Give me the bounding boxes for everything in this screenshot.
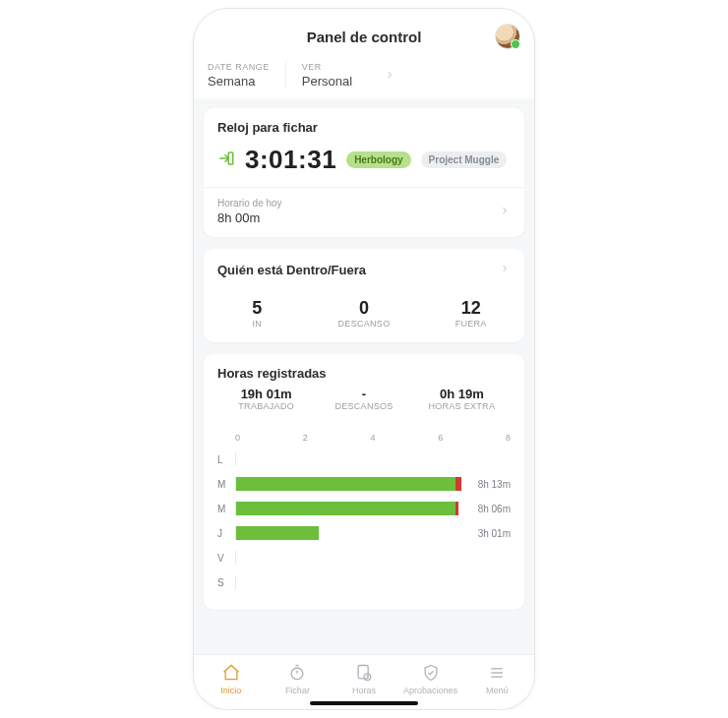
chart-row: M8h 13m — [217, 473, 511, 495]
svg-rect-1 — [228, 152, 233, 164]
day-label: J — [217, 528, 231, 539]
tab-menu[interactable]: Menú — [463, 663, 530, 695]
timeclock-card: Reloj para fichar 3:01:31 Herbology Proj… — [204, 108, 524, 237]
tab-bar: Inicio Fichar Horas Aprobaciones Menú — [194, 654, 534, 709]
day-label: L — [217, 454, 231, 465]
presence-in: 5 IN — [204, 298, 311, 329]
chevron-right-icon — [499, 261, 511, 278]
bar-overtime — [455, 477, 461, 491]
date-range-label: DATE RANGE — [208, 62, 270, 72]
chart-x-axis: 02468 — [235, 433, 511, 443]
presence-stats: 5 IN 0 DESCANSO 12 FUERA — [204, 290, 524, 342]
chart-row: S — [217, 571, 511, 593]
day-label: M — [217, 479, 231, 490]
bar-zone — [235, 452, 455, 466]
hours-summary: 19h 01m TRABAJADO - DESCANSOS 0h 19m HOR… — [217, 381, 511, 421]
bar-zone — [235, 526, 455, 540]
date-range-filter[interactable]: DATE RANGE Semana — [208, 62, 286, 89]
shield-check-icon — [421, 663, 441, 683]
bar-worked — [236, 502, 455, 515]
page-title: Panel de control — [307, 29, 422, 45]
scroll-area[interactable]: Reloj para fichar 3:01:31 Herbology Proj… — [194, 98, 534, 654]
schedule-label: Horario de hoy — [217, 198, 282, 209]
bar-value-label: 8h 06m — [463, 504, 511, 514]
chevron-right-icon — [499, 203, 511, 220]
svg-rect-5 — [358, 666, 368, 679]
chart-row: J3h 01m — [217, 522, 511, 544]
tag-primary[interactable]: Herbology — [346, 151, 410, 168]
home-indicator — [310, 701, 418, 705]
day-label: V — [217, 553, 231, 564]
chart-row: M8h 06m — [217, 498, 511, 519]
view-label: VER — [302, 62, 352, 72]
tab-approvals[interactable]: Aprobaciones — [397, 663, 464, 695]
clock-in-icon[interactable] — [217, 150, 235, 171]
bar-worked — [236, 526, 319, 540]
view-filter[interactable]: VER Personal — [302, 62, 368, 89]
day-label: M — [217, 504, 231, 514]
bar-zone — [235, 502, 455, 515]
view-value: Personal — [302, 74, 352, 89]
bar-value-label: 3h 01m — [463, 528, 511, 539]
hours-title: Horas registradas — [217, 366, 511, 381]
bar-value-label: 8h 13m — [463, 479, 511, 490]
presence-header[interactable]: Quién está Dentro/Fuera — [204, 249, 524, 290]
hours-breaks: - DESCANSOS — [315, 387, 412, 411]
stopwatch-icon — [287, 663, 307, 683]
chart-row: V — [217, 547, 511, 568]
day-label: S — [217, 577, 231, 588]
bar-worked — [236, 477, 455, 491]
presence-out: 12 FUERA — [417, 298, 524, 329]
today-schedule-row[interactable]: Horario de hoy 8h 00m — [204, 187, 524, 237]
bar-zone — [235, 551, 455, 565]
presence-card: Quién está Dentro/Fuera 5 IN 0 DESCANSO … — [204, 249, 524, 342]
hours-overtime: 0h 19m HORAS EXTRA — [413, 387, 511, 411]
header-filters: DATE RANGE Semana VER Personal — [208, 62, 520, 89]
svg-point-2 — [292, 668, 304, 680]
schedule-value: 8h 00m — [217, 210, 282, 225]
timeclock-title: Reloj para fichar — [217, 120, 511, 135]
bar-overtime — [455, 502, 458, 515]
device-frame: Panel de control DATE RANGE Semana VER P… — [193, 8, 535, 710]
elapsed-time: 3:01:31 — [245, 145, 336, 175]
hours-worked: 19h 01m TRABAJADO — [217, 387, 315, 411]
avatar[interactable] — [495, 24, 520, 49]
presence-break: 0 DESCANSO — [311, 298, 418, 329]
tab-home[interactable]: Inicio — [198, 663, 265, 695]
menu-icon — [487, 663, 507, 683]
bar-zone — [235, 477, 455, 491]
date-range-value: Semana — [208, 74, 270, 89]
chart-row: L — [217, 449, 511, 470]
tab-hours[interactable]: Horas — [331, 663, 397, 695]
bar-zone — [235, 575, 455, 589]
tag-secondary[interactable]: Project Muggle — [421, 151, 508, 168]
chart-body: LM8h 13mM8h 06mJ3h 01mVS — [217, 449, 511, 593]
presence-title: Quién está Dentro/Fuera — [217, 263, 366, 277]
timesheet-icon — [354, 663, 374, 683]
hours-chart: 02468 LM8h 13mM8h 06mJ3h 01mVS — [204, 433, 524, 610]
home-icon — [221, 663, 241, 683]
hours-card: Horas registradas 19h 01m TRABAJADO - DE… — [204, 354, 524, 610]
header: Panel de control DATE RANGE Semana VER P… — [194, 9, 534, 98]
tab-clock[interactable]: Fichar — [265, 663, 332, 695]
chevron-right-icon — [384, 67, 395, 85]
